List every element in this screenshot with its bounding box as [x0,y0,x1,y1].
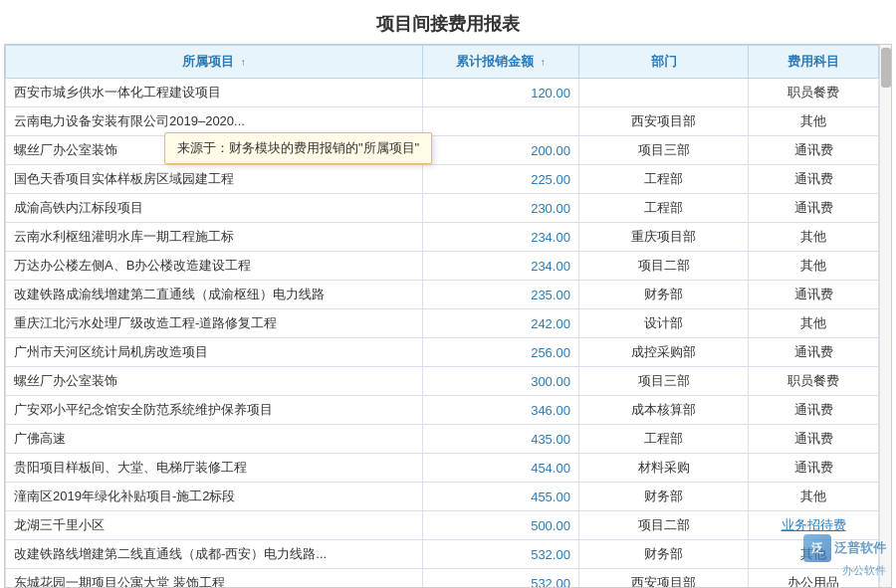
table-row: 万达办公楼左侧A、B办公楼改造建设工程234.00项目二部其他 [6,252,879,281]
cell-category: 通讯费 [749,425,879,454]
table-row: 龙湖三千里小区500.00项目二部业务招待费 [6,511,879,540]
cell-dept: 财务部 [578,540,748,569]
page-container: 项目间接费用报表 所属项目 ↑ 累计报销金额 ↑ 部门 [0,0,896,588]
cell-amount: 256.00 [422,338,578,367]
cell-dept: 成控采购部 [578,338,748,367]
table-row: 东城花园一期项目公寓大堂 装饰工程532.00西安项目部办公用品 [6,569,879,589]
cell-amount: 120.00 [422,79,578,107]
cell-amount: 532.00 [422,569,578,589]
cell-category: 通讯费 [749,165,879,194]
table-row: 螺丝厂办公室装饰300.00项目三部职员餐费 [6,367,879,396]
table-row: 西安市城乡供水一体化工程建设项目120.00职员餐费 [6,79,879,107]
watermark: 泛 泛普软件 办公软件 [803,534,886,578]
cell-project: 潼南区2019年绿化补贴项目-施工2标段 [6,483,423,511]
cell-dept: 西安项目部 [578,107,748,136]
watermark-logo: 泛 泛普软件 [803,534,886,562]
cell-amount: 532.00 [422,540,578,569]
cell-dept [578,79,748,107]
watermark-logo-icon: 泛 [803,534,831,562]
cell-category: 其他 [749,223,879,252]
cell-dept: 材料采购 [578,454,748,483]
cell-amount: 455.00 [422,483,578,511]
cell-amount: 235.00 [422,281,578,309]
cell-project: 万达办公楼左侧A、B办公楼改造建设工程 [6,252,423,281]
table-row: 广佛高速435.00工程部通讯费 [6,425,879,454]
table-row: 广州市天河区统计局机房改造项目256.00成控采购部通讯费 [6,338,879,367]
cell-category: 其他 [749,309,879,338]
cell-project: 广安邓小平纪念馆安全防范系统维护保养项目 [6,396,423,425]
cell-category: 通讯费 [749,338,879,367]
watermark-name: 泛普软件 [834,539,886,557]
cell-project: 重庆江北污水处理厂级改造工程-道路修复工程 [6,309,423,338]
col-header-dept: 部门 [578,46,748,79]
col-header-category: 费用科目 [749,46,879,79]
cell-dept: 财务部 [578,483,748,511]
table-row: 云南电力设备安装有限公司2019–2020...西安项目部其他 [6,107,879,136]
cell-dept: 财务部 [578,281,748,309]
data-table: 所属项目 ↑ 累计报销金额 ↑ 部门 费用科目 西安市城乡供水一体化 [5,45,879,588]
cell-dept: 项目三部 [578,367,748,396]
cell-category: 通讯费 [749,194,879,223]
cell-category: 通讯费 [749,396,879,425]
cell-amount: 234.00 [422,252,578,281]
cell-category: 通讯费 [749,454,879,483]
cell-amount: 200.00 [422,136,578,165]
cell-project: 东城花园一期项目公寓大堂 装饰工程 [6,569,423,589]
table-wrapper: 所属项目 ↑ 累计报销金额 ↑ 部门 费用科目 西安市城乡供水一体化 [4,44,892,588]
cell-amount: 500.00 [422,511,578,540]
cell-category: 其他 [749,483,879,511]
cell-amount: 300.00 [422,367,578,396]
cell-category: 其他 [749,252,879,281]
table-header-row: 所属项目 ↑ 累计报销金额 ↑ 部门 费用科目 [6,46,879,79]
cell-amount: 242.00 [422,309,578,338]
cell-dept: 设计部 [578,309,748,338]
table-row: 国色天香项目实体样板房区域园建工程225.00工程部通讯费 [6,165,879,194]
cell-amount: 230.00 [422,194,578,223]
cell-category: 通讯费 [749,281,879,309]
cell-amount: 225.00 [422,165,578,194]
watermark-sub: 办公软件 [842,563,886,578]
cell-dept: 西安项目部 [578,569,748,589]
cell-project: 龙湖三千里小区 [6,511,423,540]
sort-icon-amount: ↑ [541,57,546,68]
table-row: 云南水利枢纽灌明水库一期工程施工标234.00重庆项目部其他 [6,223,879,252]
page-title: 项目间接费用报表 [0,0,896,44]
sort-icon-project: ↑ [241,57,246,68]
cell-project: 改建铁路成渝线增建第二直通线（成渝枢纽）电力线路 [6,281,423,309]
cell-dept: 工程部 [578,165,748,194]
cell-category: 职员餐费 [749,367,879,396]
col-header-amount[interactable]: 累计报销金额 ↑ [422,46,578,79]
cell-amount [422,107,578,136]
cell-amount: 435.00 [422,425,578,454]
cell-dept: 重庆项目部 [578,223,748,252]
table-body: 西安市城乡供水一体化工程建设项目120.00职员餐费云南电力设备安装有限公司20… [6,79,879,589]
cell-amount: 234.00 [422,223,578,252]
cell-amount: 346.00 [422,396,578,425]
cell-project: 西安市城乡供水一体化工程建设项目 [6,79,423,107]
table-row: 成渝高铁内江标段项目230.00工程部通讯费 [6,194,879,223]
cell-dept: 工程部 [578,425,748,454]
cell-category: 职员餐费 [749,79,879,107]
cell-project: 贵阳项目样板间、大堂、电梯厅装修工程 [6,454,423,483]
cell-amount: 454.00 [422,454,578,483]
cell-dept: 项目三部 [578,136,748,165]
cell-project: 改建铁路线增建第二线直通线（成都-西安）电力线路... [6,540,423,569]
col-header-project[interactable]: 所属项目 ↑ [6,46,423,79]
cell-category: 通讯费 [749,136,879,165]
cell-category: 其他 [749,107,879,136]
scrollbar-track[interactable] [879,45,891,587]
cell-dept: 工程部 [578,194,748,223]
cell-dept: 项目二部 [578,511,748,540]
scrollbar-thumb[interactable] [881,48,891,88]
tooltip-box: 来源于：财务模块的费用报销的"所属项目" [164,132,432,164]
cell-dept: 成本核算部 [578,396,748,425]
table-row: 广安邓小平纪念馆安全防范系统维护保养项目346.00成本核算部通讯费 [6,396,879,425]
cell-project: 螺丝厂办公室装饰 [6,367,423,396]
table-row: 改建铁路线增建第二线直通线（成都-西安）电力线路...532.00财务部其他 [6,540,879,569]
cell-project: 成渝高铁内江标段项目 [6,194,423,223]
cell-dept: 项目二部 [578,252,748,281]
table-row: 螺丝厂办公室装饰200.00项目三部通讯费 [6,136,879,165]
table-row: 贵阳项目样板间、大堂、电梯厅装修工程454.00材料采购通讯费 [6,454,879,483]
table-row: 重庆江北污水处理厂级改造工程-道路修复工程242.00设计部其他 [6,309,879,338]
cell-project: 广州市天河区统计局机房改造项目 [6,338,423,367]
